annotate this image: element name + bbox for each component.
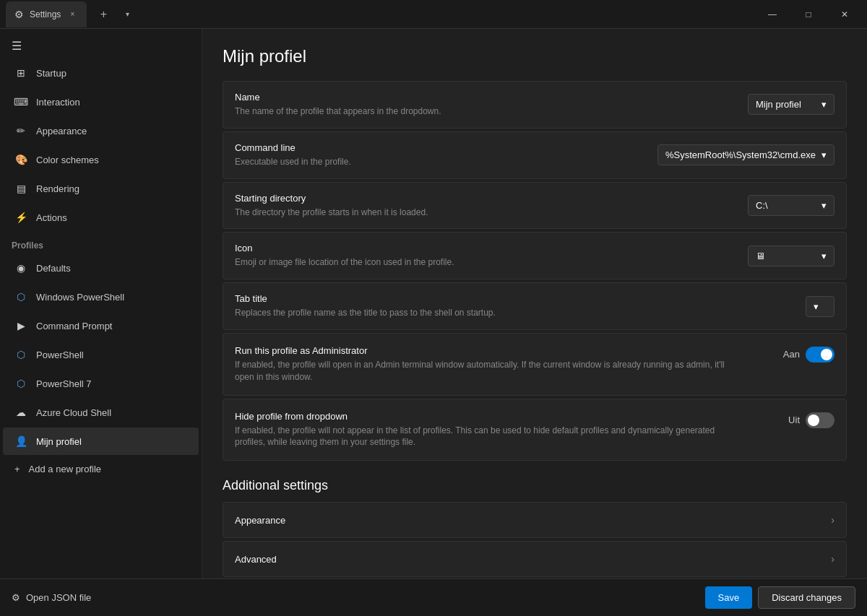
icon-setting-label: Icon	[235, 243, 736, 253]
color-schemes-icon: 🎨	[14, 153, 27, 166]
sidebar-item-color-schemes-label: Color schemes	[36, 155, 99, 165]
sidebar-item-azure-cloud-shell[interactable]: ☁ Azure Cloud Shell	[3, 399, 199, 426]
advanced-chevron-right-icon: ›	[831, 553, 834, 565]
icon-dropdown[interactable]: 🖥 ▾	[748, 246, 834, 266]
starting-directory-dropdown[interactable]: C:\ ▾	[748, 195, 834, 216]
add-new-profile-label: Add a new profile	[29, 464, 101, 474]
open-json-icon: ⚙	[12, 592, 20, 603]
powershell-icon: ⬡	[14, 348, 27, 361]
profiles-section-label: Profiles	[0, 232, 202, 253]
sidebar: ☰ ⊞ Startup ⌨ Interaction ✏ Appearance 🎨…	[0, 29, 202, 616]
hide-from-dropdown-setting-desc: If enabled, the profile will not appear …	[235, 425, 741, 449]
hide-from-dropdown-toggle[interactable]	[806, 412, 834, 428]
additional-settings-title: Additional settings	[223, 478, 847, 493]
add-new-profile-button[interactable]: + Add a new profile	[3, 456, 199, 482]
sidebar-item-startup[interactable]: ⊞ Startup	[3, 59, 199, 87]
hamburger-menu-icon[interactable]: ☰	[0, 29, 202, 58]
name-dropdown[interactable]: Mijn profiel ▾	[748, 94, 834, 115]
command-line-setting-info: Command line Executable used in the prof…	[235, 142, 646, 168]
windows-powershell-icon: ⬡	[14, 290, 27, 303]
sidebar-item-mijn-profiel[interactable]: 👤 Mijn profiel	[3, 428, 199, 455]
sidebar-item-startup-label: Startup	[36, 68, 66, 79]
appearance-chevron-right-icon: ›	[831, 514, 834, 526]
hide-from-dropdown-setting-row: Hide profile from dropdown If enabled, t…	[223, 399, 847, 461]
tab-close-button[interactable]: ×	[66, 9, 78, 20]
run-as-admin-setting-desc: If enabled, the profile will open in an …	[235, 359, 741, 383]
interaction-icon: ⌨	[14, 95, 27, 108]
sidebar-item-rendering-label: Rendering	[36, 183, 79, 194]
main-layout: ☰ ⊞ Startup ⌨ Interaction ✏ Appearance 🎨…	[0, 29, 867, 616]
command-line-setting-row: Command line Executable used in the prof…	[223, 131, 847, 179]
tab-title-setting-info: Tab title Replaces the profile name as t…	[235, 293, 794, 319]
sidebar-item-azure-cloud-shell-label: Azure Cloud Shell	[36, 407, 111, 418]
minimize-button[interactable]: —	[756, 3, 789, 26]
sidebar-item-defaults-label: Defaults	[36, 263, 71, 274]
sidebar-item-rendering[interactable]: ▤ Rendering	[3, 175, 199, 202]
hide-from-dropdown-toggle-label: Uit	[788, 415, 800, 425]
mijn-profiel-icon: 👤	[14, 435, 27, 448]
new-tab-button[interactable]: +	[92, 4, 114, 25]
appearance-expandable-row[interactable]: Appearance ›	[223, 502, 847, 538]
tab-title-setting-desc: Replaces the profile name as the title t…	[235, 307, 741, 319]
open-json-button[interactable]: ⚙ Open JSON file	[12, 592, 91, 603]
defaults-icon: ◉	[14, 261, 27, 274]
tab-title-setting-row: Tab title Replaces the profile name as t…	[223, 282, 847, 330]
run-as-admin-toggle-thumb	[821, 349, 832, 360]
sidebar-item-appearance[interactable]: ✏ Appearance	[3, 117, 199, 144]
command-line-dropdown-value: %SystemRoot%\System32\cmd.exe	[665, 149, 816, 160]
starting-directory-setting-desc: The directory the profile starts in when…	[235, 207, 736, 219]
page-title: Mijn profiel	[223, 46, 847, 66]
starting-directory-setting-label: Starting directory	[235, 193, 736, 204]
hide-from-dropdown-setting-label: Hide profile from dropdown	[235, 411, 777, 422]
icon-setting-info: Icon Emoji or image file location of the…	[235, 243, 736, 269]
sidebar-item-appearance-label: Appearance	[36, 126, 87, 136]
rendering-icon: ▤	[14, 182, 27, 195]
settings-tab[interactable]: ⚙ Settings ×	[6, 1, 87, 27]
sidebar-item-interaction[interactable]: ⌨ Interaction	[3, 88, 199, 116]
icon-setting-control: 🖥 ▾	[748, 246, 834, 266]
tab-label: Settings	[30, 9, 61, 19]
name-setting-row: Name The name of the profile that appear…	[223, 81, 847, 129]
sidebar-item-powershell[interactable]: ⬡ PowerShell	[3, 341, 199, 368]
tab-title-dropdown[interactable]: ▾	[806, 296, 834, 317]
powershell-7-icon: ⬡	[14, 377, 27, 390]
save-button[interactable]: Save	[705, 586, 753, 609]
maximize-button[interactable]: □	[792, 3, 825, 26]
command-line-setting-label: Command line	[235, 142, 646, 153]
appearance-expandable-label: Appearance	[235, 515, 285, 526]
hide-from-dropdown-setting-control: Uit	[788, 412, 834, 428]
startup-icon: ⊞	[14, 66, 27, 79]
advanced-expandable-row[interactable]: Advanced ›	[223, 541, 847, 577]
sidebar-item-defaults[interactable]: ◉ Defaults	[3, 254, 199, 282]
command-line-dropdown[interactable]: %SystemRoot%\System32\cmd.exe ▾	[657, 144, 834, 165]
content-area: Mijn profiel Name The name of the profil…	[202, 29, 867, 616]
appearance-icon: ✏	[14, 124, 27, 137]
azure-cloud-shell-icon: ☁	[14, 406, 27, 419]
tab-dropdown-button[interactable]: ▾	[120, 7, 134, 22]
sidebar-item-powershell-7[interactable]: ⬡ PowerShell 7	[3, 370, 199, 397]
command-prompt-icon: ▶	[14, 319, 27, 332]
tab-title-setting-control: ▾	[806, 296, 834, 317]
sidebar-item-powershell-7-label: PowerShell 7	[36, 378, 92, 389]
settings-gear-icon: ⚙	[14, 9, 24, 20]
hide-from-dropdown-toggle-thumb	[808, 415, 819, 426]
tab-title-setting-label: Tab title	[235, 293, 794, 304]
icon-setting-desc: Emoji or image file location of the icon…	[235, 256, 736, 269]
titlebar: ⚙ Settings × + ▾ — □ ✕	[0, 0, 867, 29]
run-as-admin-setting-row: Run this profile as Administrator If ena…	[223, 333, 847, 396]
run-as-admin-toggle[interactable]	[806, 347, 834, 363]
icon-dropdown-chevron: ▾	[821, 251, 827, 261]
run-as-admin-setting-label: Run this profile as Administrator	[235, 345, 772, 356]
discard-changes-button[interactable]: Discard changes	[758, 586, 855, 609]
add-profile-icon: +	[14, 464, 20, 474]
name-dropdown-value: Mijn profiel	[756, 99, 801, 110]
tab-title-dropdown-chevron: ▾	[814, 301, 819, 312]
close-window-button[interactable]: ✕	[828, 3, 861, 26]
sidebar-item-actions[interactable]: ⚡ Actions	[3, 204, 199, 231]
sidebar-item-windows-powershell[interactable]: ⬡ Windows PowerShell	[3, 283, 199, 311]
command-line-setting-control: %SystemRoot%\System32\cmd.exe ▾	[657, 144, 834, 165]
starting-directory-dropdown-chevron: ▾	[821, 200, 827, 211]
sidebar-item-color-schemes[interactable]: 🎨 Color schemes	[3, 146, 199, 173]
name-setting-label: Name	[235, 92, 736, 103]
sidebar-item-command-prompt[interactable]: ▶ Command Prompt	[3, 312, 199, 339]
